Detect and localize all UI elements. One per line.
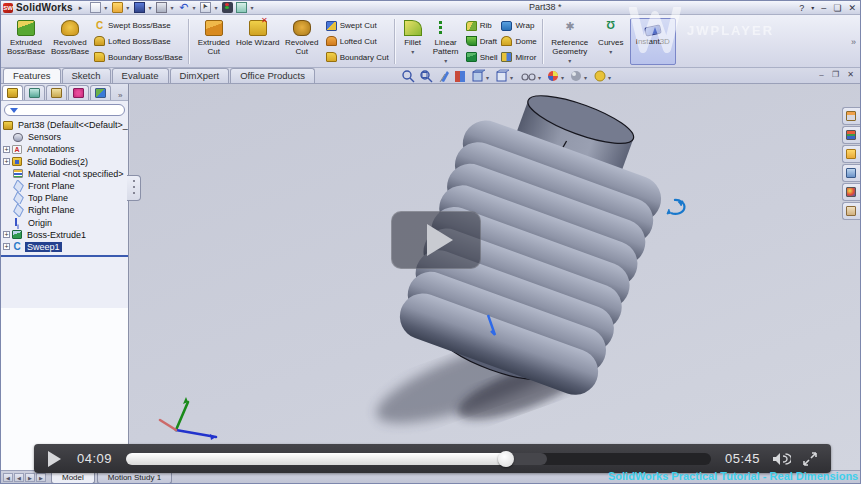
scroll-last-icon[interactable]: ▶ <box>36 473 46 482</box>
seek-knob[interactable] <box>498 451 514 467</box>
dimxpertmanager-tab[interactable] <box>68 85 89 100</box>
tree-item-right-plane[interactable]: +Right Plane <box>1 204 128 216</box>
lofted-cut-button[interactable]: Lofted Cut <box>326 34 389 48</box>
refgeo-caret[interactable]: ▾ <box>568 57 571 64</box>
expander-icon[interactable]: + <box>3 158 10 165</box>
close-button[interactable]: ✕ <box>848 3 856 13</box>
expander-icon[interactable]: + <box>3 243 10 250</box>
boundary-boss-base-button[interactable]: Boundary Boss/Base <box>94 50 183 64</box>
tree-item-front-plane[interactable]: +Front Plane <box>1 180 128 192</box>
new-caret[interactable]: ▾ <box>104 4 107 11</box>
custom-properties-tab[interactable] <box>842 202 860 220</box>
scroll-prev-icon[interactable]: ◀ <box>14 473 24 482</box>
appearances-tab[interactable] <box>842 183 860 201</box>
curves-caret[interactable]: ▾ <box>609 48 612 55</box>
fullscreen-icon[interactable] <box>803 452 817 466</box>
file-explorer-tab[interactable] <box>842 145 860 163</box>
graphics-viewport[interactable] <box>130 84 861 471</box>
new-document-icon[interactable] <box>90 2 101 13</box>
expander-icon[interactable]: + <box>3 146 10 153</box>
menu-expand-arrow[interactable]: ▸ <box>79 4 83 12</box>
print-caret[interactable]: ▾ <box>170 4 173 11</box>
save-caret[interactable]: ▾ <box>148 4 151 11</box>
displaymanager-tab[interactable] <box>90 85 111 100</box>
tab-features[interactable]: Features <box>3 68 61 83</box>
tab-model[interactable]: Model <box>51 472 95 484</box>
boundary-cut-button[interactable]: Boundary Cut <box>326 50 389 64</box>
tree-item-sweep1[interactable]: +Sweep1 <box>1 241 128 253</box>
tree-item-label: Annotations <box>25 144 77 154</box>
configurationmanager-tab[interactable] <box>46 85 67 100</box>
help-button[interactable]: ? <box>799 3 804 13</box>
shell-button[interactable]: Shell <box>466 50 498 64</box>
draft-button[interactable]: Draft <box>466 34 498 48</box>
extruded-boss-base-button[interactable]: Extruded Boss/Base <box>4 17 48 66</box>
tree-item-material[interactable]: +Material <not specified> <box>1 168 128 180</box>
tab-office-products[interactable]: Office Products <box>230 68 315 83</box>
open-caret[interactable]: ▾ <box>126 4 129 11</box>
options-caret[interactable]: ▾ <box>250 4 253 11</box>
save-icon[interactable] <box>134 2 145 13</box>
volume-icon[interactable] <box>772 452 791 466</box>
undo-icon[interactable]: ↶ <box>178 2 189 13</box>
tree-item-annotations[interactable]: +Annotations <box>1 143 128 155</box>
tree-item-sensors[interactable]: +Sensors <box>1 131 128 143</box>
expander-icon[interactable]: + <box>3 231 10 238</box>
tree-item-solid-bodies[interactable]: +Solid Bodies(2) <box>1 156 128 168</box>
tree-item-top-plane[interactable]: +Top Plane <box>1 192 128 204</box>
propertymanager-tab[interactable] <box>24 85 45 100</box>
wrap-button[interactable]: Wrap <box>501 19 536 33</box>
rebuild-icon[interactable] <box>222 2 233 13</box>
tab-sketch[interactable]: Sketch <box>62 68 111 83</box>
tree-item-part[interactable]: +Part38 (Default<<Default>_Displ <box>1 119 128 131</box>
reference-geometry-button[interactable]: Reference Geometry ▾ <box>546 17 594 66</box>
headsup-view-toolbar[interactable]: ▾ ▾ ▾ ▾ ▾ ▾ <box>401 69 631 88</box>
view-palette-tab[interactable] <box>842 164 860 182</box>
options-icon[interactable] <box>236 2 247 13</box>
video-caption-link[interactable]: SolidWorks Practical Tutorial - Real Dim… <box>608 470 861 482</box>
feature-manager-tabs: » <box>1 84 128 101</box>
tab-dimxpert[interactable]: DimXpert <box>170 68 230 83</box>
play-button[interactable] <box>48 451 61 467</box>
linear-pattern-caret[interactable]: ▾ <box>444 57 447 64</box>
tree-filter-input[interactable] <box>4 104 125 116</box>
minimize-button[interactable]: – <box>821 3 826 13</box>
design-library-tab[interactable] <box>842 126 860 144</box>
fillet-button[interactable]: Fillet ▾ <box>398 17 428 66</box>
mirror-button[interactable]: Mirror <box>501 50 536 64</box>
fillet-caret[interactable]: ▾ <box>411 48 414 55</box>
document-window-controls[interactable]: – ❐ ✕ <box>819 70 857 79</box>
swept-cut-button[interactable]: Swept Cut <box>326 19 389 33</box>
lofted-boss-base-button[interactable]: Lofted Boss/Base <box>94 34 183 48</box>
curves-button[interactable]: Curves ▾ <box>594 17 628 66</box>
hole-wizard-button[interactable]: Hole Wizard <box>236 17 280 66</box>
instant3d-button[interactable]: Instant3D <box>630 18 676 65</box>
maximize-button[interactable]: ❏ <box>833 3 841 13</box>
tab-evaluate[interactable]: Evaluate <box>112 68 169 83</box>
linear-pattern-button[interactable]: Linear Pattern ▾ <box>428 17 464 66</box>
undo-caret[interactable]: ▾ <box>192 4 195 11</box>
revolved-boss-base-button[interactable]: Revolved Boss/Base <box>48 17 92 66</box>
select-cursor-icon[interactable] <box>200 2 211 13</box>
scroll-next-icon[interactable]: ▶ <box>25 473 35 482</box>
panel-splitter-handle[interactable] <box>127 175 141 201</box>
featuremanager-tree-tab[interactable] <box>2 85 23 100</box>
print-icon[interactable] <box>156 2 167 13</box>
solidworks-resources-tab[interactable] <box>842 107 860 125</box>
open-icon[interactable] <box>112 2 123 13</box>
scroll-first-icon[interactable]: ◀ <box>3 473 13 482</box>
video-play-overlay-button[interactable] <box>391 211 481 269</box>
seek-bar[interactable] <box>126 453 711 465</box>
panel-more-chevron[interactable]: » <box>118 91 122 100</box>
tree-item-boss-extrude1[interactable]: +Boss-Extrude1 <box>1 229 128 241</box>
help-caret[interactable]: ▾ <box>811 4 814 11</box>
revolved-cut-button[interactable]: Revolved Cut <box>280 17 324 66</box>
tree-item-origin[interactable]: +Origin <box>1 217 128 229</box>
rib-button[interactable]: Rib <box>466 19 498 33</box>
swept-boss-base-button[interactable]: Swept Boss/Base <box>94 19 183 33</box>
select-caret[interactable]: ▾ <box>214 4 217 11</box>
extruded-cut-button[interactable]: Extruded Cut <box>192 17 236 66</box>
dome-button[interactable]: Dome <box>501 34 536 48</box>
tab-motion-study[interactable]: Motion Study 1 <box>97 472 172 484</box>
toolbar-overflow-chevron[interactable]: » <box>851 37 856 47</box>
